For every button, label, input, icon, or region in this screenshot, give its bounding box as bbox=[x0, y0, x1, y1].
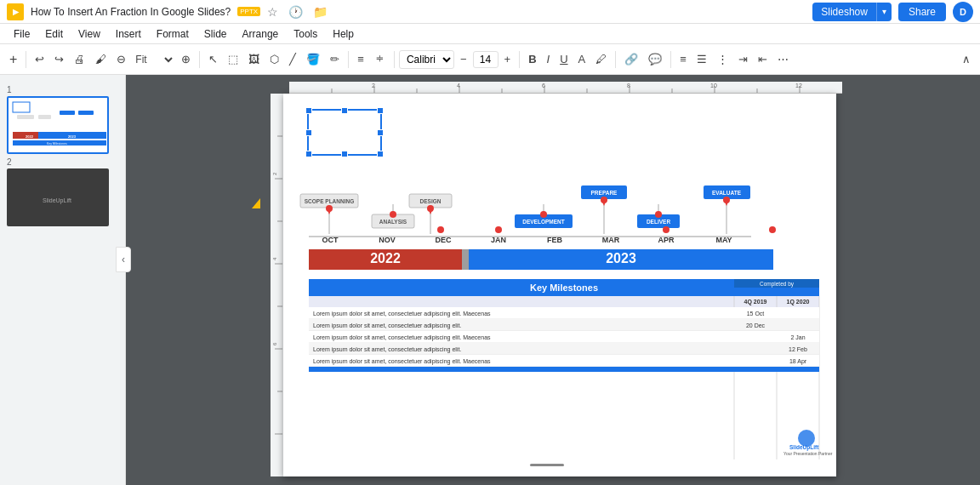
menu-tools[interactable]: Tools bbox=[287, 26, 324, 42]
svg-marker-79 bbox=[724, 200, 729, 206]
svg-marker-64 bbox=[327, 208, 332, 214]
top-bar: ▶ How To Insert An Fraction In Google Sl… bbox=[0, 0, 980, 24]
svg-point-95 bbox=[769, 226, 776, 233]
share-button[interactable]: Share bbox=[898, 3, 946, 21]
svg-text:Lorem ipsum dolor sit amet, co: Lorem ipsum dolor sit amet, consectetuer… bbox=[313, 334, 491, 341]
svg-rect-34 bbox=[271, 94, 283, 476]
line-tool[interactable]: ╱ bbox=[285, 50, 300, 68]
zoom-in-button[interactable]: ⊕ bbox=[177, 50, 195, 68]
outdent-button[interactable]: ⇤ bbox=[754, 50, 772, 68]
svg-text:15 Oct: 15 Oct bbox=[746, 311, 764, 317]
svg-rect-128 bbox=[309, 367, 819, 372]
folder-button[interactable]: 📁 bbox=[310, 3, 331, 20]
collapse-panel-button[interactable]: ‹ bbox=[116, 247, 131, 272]
svg-marker-69 bbox=[428, 208, 433, 214]
star-button[interactable]: ☆ bbox=[264, 3, 282, 20]
slide-svg-1: 2022 2023 Key Milestones bbox=[9, 98, 109, 154]
font-size-decrease[interactable]: − bbox=[456, 50, 471, 68]
menu-format[interactable]: Format bbox=[150, 26, 196, 42]
more-button[interactable]: ⋯ bbox=[773, 50, 793, 68]
history-button[interactable]: 🕐 bbox=[285, 3, 306, 20]
menu-arrange[interactable]: Arrange bbox=[236, 26, 286, 42]
handle-ml[interactable] bbox=[305, 129, 312, 136]
svg-text:DELIVER: DELIVER bbox=[646, 219, 669, 225]
menu-slide[interactable]: Slide bbox=[197, 26, 234, 42]
indent-button[interactable]: ⇥ bbox=[734, 50, 752, 68]
font-select[interactable]: Calibri bbox=[399, 50, 454, 69]
bold-button[interactable]: B bbox=[524, 50, 540, 68]
slide-thumb-1[interactable]: 1 2022 2023 Key Milestones bbox=[7, 85, 118, 154]
menu-edit[interactable]: Edit bbox=[38, 26, 70, 42]
slide-thumb-2[interactable]: 2 SlideUpLift bbox=[7, 157, 118, 226]
svg-text:8: 8 bbox=[627, 83, 630, 88]
ruler-vertical: 2 4 6 bbox=[271, 94, 283, 476]
align-right[interactable]: ⫩ bbox=[370, 50, 390, 68]
highlight-button[interactable]: 🖊 bbox=[591, 50, 611, 68]
selection-box bbox=[307, 109, 382, 156]
pptx-badge: PPTX bbox=[237, 7, 260, 16]
handle-tl[interactable] bbox=[305, 107, 312, 114]
handle-mr[interactable] bbox=[377, 129, 384, 136]
svg-point-93 bbox=[437, 226, 444, 233]
handle-bl[interactable] bbox=[305, 151, 312, 157]
shape-tool[interactable]: ⬡ bbox=[265, 50, 283, 68]
divider4 bbox=[394, 51, 395, 68]
svg-text:18 Apr: 18 Apr bbox=[789, 358, 806, 365]
menu-file[interactable]: File bbox=[7, 26, 37, 42]
handle-tr[interactable] bbox=[377, 107, 384, 114]
color-bucket[interactable]: 🪣 bbox=[302, 50, 324, 68]
redo-button[interactable]: ↪ bbox=[50, 50, 68, 68]
handle-tm[interactable] bbox=[341, 107, 348, 114]
collapse-button[interactable]: ∧ bbox=[958, 50, 975, 68]
link-button[interactable]: 🔗 bbox=[620, 50, 642, 68]
svg-text:Key Milestones: Key Milestones bbox=[47, 142, 67, 146]
pencil-tool[interactable]: ✏ bbox=[326, 50, 344, 68]
font-size-input[interactable] bbox=[473, 51, 499, 68]
print-button[interactable]: 🖨 bbox=[70, 50, 89, 68]
svg-text:10: 10 bbox=[710, 83, 717, 88]
svg-rect-9 bbox=[38, 115, 51, 119]
add-button[interactable]: + bbox=[5, 49, 21, 70]
svg-rect-8 bbox=[17, 115, 34, 119]
ordered-list-button[interactable]: ⋮ bbox=[713, 50, 732, 68]
divider7 bbox=[670, 51, 671, 68]
svg-text:2023: 2023 bbox=[68, 134, 77, 139]
font-size-increase[interactable]: + bbox=[500, 50, 516, 68]
divider3 bbox=[348, 51, 349, 68]
svg-text:SCOPE PLANNING: SCOPE PLANNING bbox=[304, 198, 354, 204]
menu-view[interactable]: View bbox=[71, 26, 107, 42]
zoom-out-button[interactable]: ⊖ bbox=[112, 50, 130, 68]
svg-text:2: 2 bbox=[372, 83, 375, 88]
svg-text:1Q 2020: 1Q 2020 bbox=[786, 299, 809, 305]
doc-title: How To Insert An Fraction In Google Slid… bbox=[31, 6, 231, 18]
handle-br[interactable] bbox=[377, 151, 384, 157]
svg-text:4Q 2019: 4Q 2019 bbox=[744, 299, 766, 305]
slideshow-main-button[interactable]: Slideshow bbox=[812, 3, 876, 21]
select-rect-tool[interactable]: ⬚ bbox=[224, 50, 242, 68]
svg-text:Lorem ipsum dolor sit amet, co: Lorem ipsum dolor sit amet, consectetuer… bbox=[313, 358, 491, 365]
menu-insert[interactable]: Insert bbox=[109, 26, 148, 42]
svg-rect-11 bbox=[78, 111, 94, 115]
slide-canvas[interactable]: OCT NOV DEC JAN FEB MAR APR MAY 2022 bbox=[283, 94, 836, 476]
font-color-button[interactable]: A bbox=[574, 50, 590, 68]
select-tool[interactable]: ↖ bbox=[204, 50, 222, 68]
svg-rect-132 bbox=[530, 464, 564, 466]
ruler-h-container: 2 4 6 8 10 12 bbox=[276, 82, 842, 94]
zoom-select[interactable]: Fit50%100% bbox=[132, 53, 175, 66]
svg-text:4: 4 bbox=[457, 83, 460, 88]
undo-button[interactable]: ↩ bbox=[31, 50, 48, 68]
app-icon: ▶ bbox=[7, 3, 24, 20]
image-tool[interactable]: 🖼 bbox=[244, 50, 264, 68]
paint-format-button[interactable]: 🖌 bbox=[91, 50, 111, 68]
handle-bm[interactable] bbox=[341, 151, 348, 157]
menu-help[interactable]: Help bbox=[326, 26, 361, 42]
align-center[interactable]: ≡ bbox=[353, 50, 368, 68]
text-align-button[interactable]: ≡ bbox=[675, 50, 691, 68]
underline-button[interactable]: U bbox=[556, 50, 572, 68]
comment-button[interactable]: 💬 bbox=[644, 50, 666, 68]
italic-button[interactable]: I bbox=[543, 50, 555, 68]
list-button[interactable]: ☰ bbox=[692, 50, 711, 68]
divider1 bbox=[26, 51, 26, 68]
svg-text:Lorem ipsum dolor sit amet, co: Lorem ipsum dolor sit amet, consectetuer… bbox=[313, 311, 491, 317]
slideshow-arrow-button[interactable]: ▾ bbox=[876, 3, 892, 21]
